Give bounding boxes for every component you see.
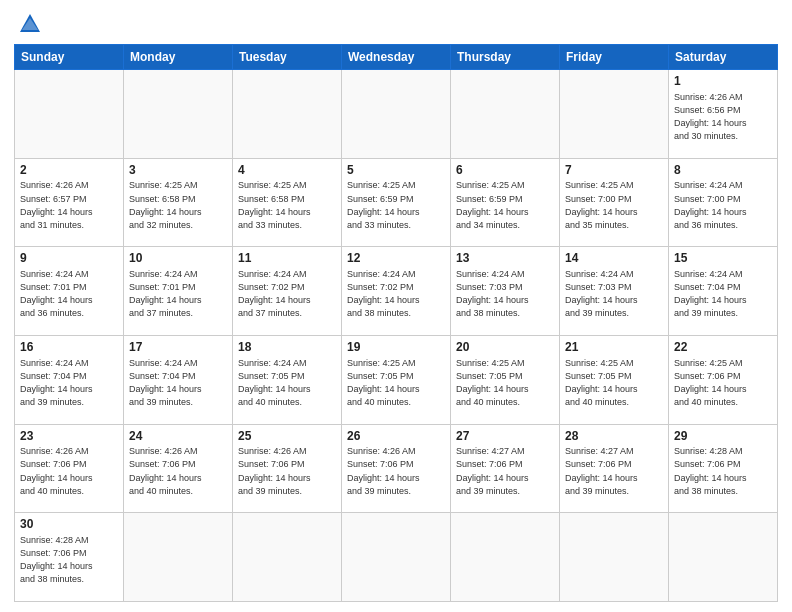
calendar-cell: 8Sunrise: 4:24 AM Sunset: 7:00 PM Daylig… bbox=[669, 158, 778, 247]
day-info: Sunrise: 4:25 AM Sunset: 7:00 PM Dayligh… bbox=[565, 179, 663, 231]
day-number: 3 bbox=[129, 162, 227, 179]
day-info: Sunrise: 4:26 AM Sunset: 6:56 PM Dayligh… bbox=[674, 91, 772, 143]
day-number: 26 bbox=[347, 428, 445, 445]
weekday-header: Friday bbox=[560, 45, 669, 70]
calendar-cell: 18Sunrise: 4:24 AM Sunset: 7:05 PM Dayli… bbox=[233, 335, 342, 424]
day-number: 2 bbox=[20, 162, 118, 179]
day-info: Sunrise: 4:24 AM Sunset: 7:04 PM Dayligh… bbox=[20, 357, 118, 409]
day-info: Sunrise: 4:24 AM Sunset: 7:02 PM Dayligh… bbox=[347, 268, 445, 320]
calendar-cell: 28Sunrise: 4:27 AM Sunset: 7:06 PM Dayli… bbox=[560, 424, 669, 513]
day-number: 19 bbox=[347, 339, 445, 356]
day-info: Sunrise: 4:28 AM Sunset: 7:06 PM Dayligh… bbox=[674, 445, 772, 497]
day-number: 23 bbox=[20, 428, 118, 445]
calendar-cell: 19Sunrise: 4:25 AM Sunset: 7:05 PM Dayli… bbox=[342, 335, 451, 424]
day-info: Sunrise: 4:28 AM Sunset: 7:06 PM Dayligh… bbox=[20, 534, 118, 586]
calendar-cell: 2Sunrise: 4:26 AM Sunset: 6:57 PM Daylig… bbox=[15, 158, 124, 247]
calendar-cell: 4Sunrise: 4:25 AM Sunset: 6:58 PM Daylig… bbox=[233, 158, 342, 247]
calendar-cell: 3Sunrise: 4:25 AM Sunset: 6:58 PM Daylig… bbox=[124, 158, 233, 247]
calendar-cell: 16Sunrise: 4:24 AM Sunset: 7:04 PM Dayli… bbox=[15, 335, 124, 424]
calendar-cell: 14Sunrise: 4:24 AM Sunset: 7:03 PM Dayli… bbox=[560, 247, 669, 336]
calendar-cell bbox=[124, 513, 233, 602]
day-number: 20 bbox=[456, 339, 554, 356]
day-info: Sunrise: 4:25 AM Sunset: 7:06 PM Dayligh… bbox=[674, 357, 772, 409]
calendar-cell: 24Sunrise: 4:26 AM Sunset: 7:06 PM Dayli… bbox=[124, 424, 233, 513]
day-number: 10 bbox=[129, 250, 227, 267]
calendar-cell bbox=[560, 70, 669, 159]
day-info: Sunrise: 4:24 AM Sunset: 7:00 PM Dayligh… bbox=[674, 179, 772, 231]
day-info: Sunrise: 4:24 AM Sunset: 7:04 PM Dayligh… bbox=[674, 268, 772, 320]
weekday-header: Sunday bbox=[15, 45, 124, 70]
calendar-cell: 22Sunrise: 4:25 AM Sunset: 7:06 PM Dayli… bbox=[669, 335, 778, 424]
day-info: Sunrise: 4:27 AM Sunset: 7:06 PM Dayligh… bbox=[456, 445, 554, 497]
calendar-cell bbox=[342, 70, 451, 159]
calendar-cell bbox=[233, 513, 342, 602]
calendar-cell bbox=[560, 513, 669, 602]
day-number: 28 bbox=[565, 428, 663, 445]
day-number: 13 bbox=[456, 250, 554, 267]
day-info: Sunrise: 4:25 AM Sunset: 7:05 PM Dayligh… bbox=[347, 357, 445, 409]
calendar-cell: 5Sunrise: 4:25 AM Sunset: 6:59 PM Daylig… bbox=[342, 158, 451, 247]
calendar-cell: 23Sunrise: 4:26 AM Sunset: 7:06 PM Dayli… bbox=[15, 424, 124, 513]
day-info: Sunrise: 4:24 AM Sunset: 7:01 PM Dayligh… bbox=[20, 268, 118, 320]
calendar-cell bbox=[233, 70, 342, 159]
day-number: 17 bbox=[129, 339, 227, 356]
calendar-cell bbox=[451, 513, 560, 602]
day-info: Sunrise: 4:24 AM Sunset: 7:03 PM Dayligh… bbox=[456, 268, 554, 320]
day-info: Sunrise: 4:26 AM Sunset: 6:57 PM Dayligh… bbox=[20, 179, 118, 231]
weekday-header: Thursday bbox=[451, 45, 560, 70]
calendar-cell bbox=[342, 513, 451, 602]
day-number: 11 bbox=[238, 250, 336, 267]
day-number: 16 bbox=[20, 339, 118, 356]
calendar-cell bbox=[15, 70, 124, 159]
calendar-cell: 7Sunrise: 4:25 AM Sunset: 7:00 PM Daylig… bbox=[560, 158, 669, 247]
day-number: 25 bbox=[238, 428, 336, 445]
calendar-cell: 30Sunrise: 4:28 AM Sunset: 7:06 PM Dayli… bbox=[15, 513, 124, 602]
header bbox=[14, 10, 778, 38]
calendar-cell: 29Sunrise: 4:28 AM Sunset: 7:06 PM Dayli… bbox=[669, 424, 778, 513]
calendar-cell: 6Sunrise: 4:25 AM Sunset: 6:59 PM Daylig… bbox=[451, 158, 560, 247]
day-info: Sunrise: 4:25 AM Sunset: 7:05 PM Dayligh… bbox=[456, 357, 554, 409]
calendar-cell: 9Sunrise: 4:24 AM Sunset: 7:01 PM Daylig… bbox=[15, 247, 124, 336]
day-info: Sunrise: 4:26 AM Sunset: 7:06 PM Dayligh… bbox=[347, 445, 445, 497]
day-number: 9 bbox=[20, 250, 118, 267]
calendar-cell: 11Sunrise: 4:24 AM Sunset: 7:02 PM Dayli… bbox=[233, 247, 342, 336]
day-number: 27 bbox=[456, 428, 554, 445]
weekday-header: Saturday bbox=[669, 45, 778, 70]
weekday-header: Monday bbox=[124, 45, 233, 70]
calendar-cell bbox=[451, 70, 560, 159]
day-number: 8 bbox=[674, 162, 772, 179]
logo bbox=[14, 10, 44, 38]
page: SundayMondayTuesdayWednesdayThursdayFrid… bbox=[0, 0, 792, 612]
day-number: 18 bbox=[238, 339, 336, 356]
calendar-table: SundayMondayTuesdayWednesdayThursdayFrid… bbox=[14, 44, 778, 602]
day-number: 21 bbox=[565, 339, 663, 356]
day-number: 6 bbox=[456, 162, 554, 179]
day-info: Sunrise: 4:26 AM Sunset: 7:06 PM Dayligh… bbox=[129, 445, 227, 497]
day-info: Sunrise: 4:27 AM Sunset: 7:06 PM Dayligh… bbox=[565, 445, 663, 497]
day-info: Sunrise: 4:25 AM Sunset: 6:59 PM Dayligh… bbox=[456, 179, 554, 231]
day-info: Sunrise: 4:25 AM Sunset: 6:58 PM Dayligh… bbox=[129, 179, 227, 231]
day-number: 5 bbox=[347, 162, 445, 179]
calendar-cell bbox=[124, 70, 233, 159]
day-number: 30 bbox=[20, 516, 118, 533]
calendar-cell: 17Sunrise: 4:24 AM Sunset: 7:04 PM Dayli… bbox=[124, 335, 233, 424]
day-info: Sunrise: 4:24 AM Sunset: 7:01 PM Dayligh… bbox=[129, 268, 227, 320]
day-number: 1 bbox=[674, 73, 772, 90]
calendar-cell: 1Sunrise: 4:26 AM Sunset: 6:56 PM Daylig… bbox=[669, 70, 778, 159]
day-number: 7 bbox=[565, 162, 663, 179]
day-number: 15 bbox=[674, 250, 772, 267]
day-info: Sunrise: 4:25 AM Sunset: 7:05 PM Dayligh… bbox=[565, 357, 663, 409]
calendar-cell: 27Sunrise: 4:27 AM Sunset: 7:06 PM Dayli… bbox=[451, 424, 560, 513]
day-info: Sunrise: 4:26 AM Sunset: 7:06 PM Dayligh… bbox=[238, 445, 336, 497]
calendar-cell bbox=[669, 513, 778, 602]
calendar-cell: 20Sunrise: 4:25 AM Sunset: 7:05 PM Dayli… bbox=[451, 335, 560, 424]
day-info: Sunrise: 4:24 AM Sunset: 7:02 PM Dayligh… bbox=[238, 268, 336, 320]
day-info: Sunrise: 4:24 AM Sunset: 7:05 PM Dayligh… bbox=[238, 357, 336, 409]
day-info: Sunrise: 4:25 AM Sunset: 6:58 PM Dayligh… bbox=[238, 179, 336, 231]
day-info: Sunrise: 4:24 AM Sunset: 7:04 PM Dayligh… bbox=[129, 357, 227, 409]
svg-marker-1 bbox=[22, 18, 38, 30]
day-number: 22 bbox=[674, 339, 772, 356]
calendar-cell: 12Sunrise: 4:24 AM Sunset: 7:02 PM Dayli… bbox=[342, 247, 451, 336]
day-info: Sunrise: 4:24 AM Sunset: 7:03 PM Dayligh… bbox=[565, 268, 663, 320]
day-number: 12 bbox=[347, 250, 445, 267]
